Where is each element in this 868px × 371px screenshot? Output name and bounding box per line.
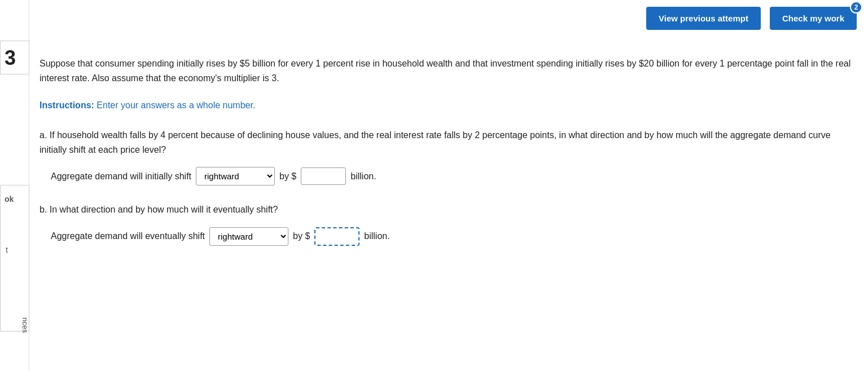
answer-a-prefix: Aggregate demand will initially shift	[51, 171, 191, 182]
direction-a-dropdown[interactable]: rightward leftward	[196, 167, 275, 186]
instructions-text: Enter your answers as a whole number.	[94, 100, 255, 110]
answer-a-row: Aggregate demand will initially shift ri…	[51, 167, 851, 186]
answer-b-row: Aggregate demand will eventually shift r…	[51, 227, 851, 246]
sidebar: 3 ok t nces	[0, 0, 29, 371]
instructions-bold: Instructions:	[40, 100, 94, 110]
problem-description: Suppose that consumer spending initially…	[40, 56, 851, 85]
direction-b-dropdown[interactable]: rightward leftward	[209, 227, 288, 246]
main-content: Suppose that consumer spending initially…	[40, 56, 851, 360]
sidebar-nav-box	[0, 185, 29, 332]
instructions-line: Instructions: Enter your answers as a wh…	[40, 99, 851, 112]
sidebar-t-label: t	[6, 245, 8, 254]
sidebar-nces-label: nces	[0, 313, 29, 337]
question-number: 3	[5, 46, 16, 70]
amount-a-input[interactable]	[301, 167, 346, 185]
answer-b-by: by $	[293, 231, 310, 241]
check-my-work-button[interactable]: Check my work 2	[770, 7, 857, 30]
header-buttons: View previous attempt Check my work 2	[646, 7, 857, 30]
answer-b-suffix: billion.	[364, 231, 389, 241]
amount-b-input[interactable]	[314, 227, 360, 246]
question-a-label: a. If household wealth falls by 4 percen…	[40, 128, 851, 157]
answer-a-suffix: billion.	[350, 171, 376, 182]
question-b-section: b. In what direction and by how much wil…	[40, 202, 851, 246]
sidebar-ok-label: ok	[5, 195, 14, 204]
question-a-section: a. If household wealth falls by 4 percen…	[40, 128, 851, 186]
check-work-badge: 2	[850, 1, 862, 14]
answer-a-by: by $	[279, 171, 296, 182]
question-b-label: b. In what direction and by how much wil…	[40, 202, 851, 217]
answer-b-prefix: Aggregate demand will eventually shift	[51, 231, 205, 241]
view-previous-attempt-button[interactable]: View previous attempt	[646, 7, 761, 30]
